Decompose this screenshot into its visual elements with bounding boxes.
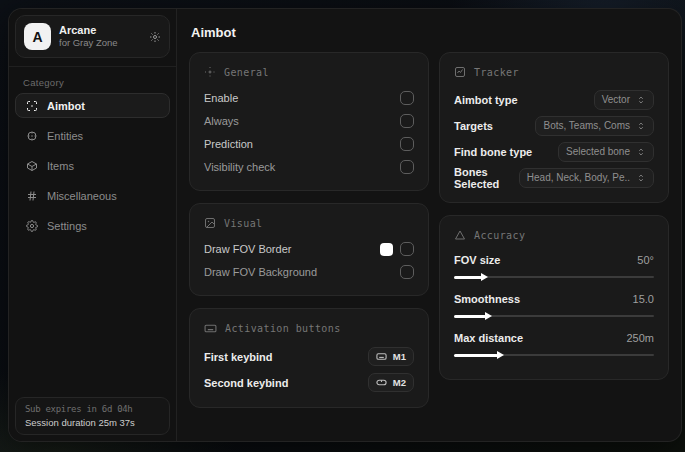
slider-fill (454, 276, 482, 279)
slider-value: 250m (626, 332, 654, 344)
settings-gear-icon (25, 220, 38, 232)
slider-block: Smoothness 15.0 (454, 289, 654, 321)
setting-row: Bones Selected Head, Neck, Body, Pe.. (454, 165, 654, 190)
second-keybind-button[interactable]: M2 (368, 373, 414, 392)
find-bone-type-dropdown[interactable]: Selected bone (558, 142, 654, 162)
bones-selected-dropdown[interactable]: Head, Neck, Body, Pe.. (519, 168, 654, 188)
setting-label: Bones Selected (454, 166, 519, 190)
image-icon (204, 217, 216, 229)
package-icon (25, 160, 38, 172)
dropdown-value: Bots, Teams, Coms (543, 120, 630, 131)
setting-label: Enable (204, 92, 238, 104)
dropdown-value: Head, Neck, Body, Pe.. (527, 172, 630, 183)
section-title: Tracker (474, 67, 519, 78)
setting-label: Draw FOV Background (204, 266, 317, 278)
sidebar-item-items[interactable]: Items (15, 153, 170, 178)
sidebar-item-label: Entities (47, 130, 83, 142)
cheat-menu-window: A Arcane for Gray Zone Category Aimbot (8, 8, 682, 442)
draw-fov-background-checkbox[interactable] (400, 265, 414, 279)
app-subtitle: for Gray Zone (59, 37, 141, 49)
setting-label: Always (204, 115, 239, 127)
setting-row: Targets Bots, Teams, Coms (454, 113, 654, 138)
setting-row: Always (204, 110, 414, 132)
expand-icon (636, 121, 646, 131)
activity-chart-icon (454, 66, 466, 78)
sidebar-item-settings[interactable]: Settings (15, 213, 170, 238)
sub-expiry-text: Sub expires in 6d 04h (25, 404, 160, 414)
setting-row: Draw FOV Background (204, 261, 414, 283)
sidebar-item-miscellaneous[interactable]: Miscellaneous (15, 183, 170, 208)
activation-card: Activation buttons First keybind M1 Seco… (189, 308, 429, 408)
setting-label: Prediction (204, 138, 253, 150)
sidebar-item-entities[interactable]: Entities (15, 123, 170, 148)
setting-row: First keybind M1 (204, 344, 414, 369)
expand-icon (636, 147, 646, 157)
setting-label: Find bone type (454, 146, 532, 158)
max-distance-slider[interactable] (454, 350, 654, 360)
slider-fill (454, 315, 486, 318)
app-logo: A (24, 23, 51, 50)
section-title: Accuracy (474, 230, 525, 241)
visual-card: Visual Draw FOV Border Draw FOV Backgrou… (189, 203, 429, 296)
slider-label: Smoothness (454, 293, 520, 305)
sidebar-item-label: Items (47, 160, 74, 172)
triangle-icon (454, 229, 466, 241)
always-checkbox[interactable] (400, 114, 414, 128)
setting-row: Find bone type Selected bone (454, 139, 654, 164)
divider (9, 66, 176, 67)
dropdown-value: Selected bone (566, 146, 630, 157)
keybind-value: M2 (393, 377, 406, 388)
category-label: Category (9, 71, 176, 93)
sidebar-item-label: Aimbot (47, 100, 85, 112)
session-duration-text: Session duration 25m 37s (25, 417, 160, 428)
hash-icon (25, 190, 38, 202)
expand-icon (636, 95, 646, 105)
setting-label: Visibility check (204, 161, 275, 173)
setting-label: First keybind (204, 351, 272, 363)
general-card: General Enable Always Prediction (189, 52, 429, 191)
main-content: Aimbot General Enable (177, 9, 681, 441)
setting-label: Draw FOV Border (204, 243, 291, 255)
mouse-icon (376, 377, 387, 388)
keyboard-icon (204, 322, 217, 335)
setting-row: Prediction (204, 133, 414, 155)
setting-row: Draw FOV Border (204, 238, 414, 260)
accuracy-card: Accuracy FOV size 50° (439, 215, 669, 380)
setting-row: Second keybind M2 (204, 370, 414, 395)
gear-icon[interactable] (149, 31, 161, 43)
enable-checkbox[interactable] (400, 91, 414, 105)
setting-label: Second keybind (204, 377, 288, 389)
section-title: Visual (224, 218, 263, 229)
fov-border-color-swatch[interactable] (380, 243, 393, 256)
setting-row: Visibility check (204, 156, 414, 178)
slider-label: FOV size (454, 254, 500, 266)
slider-fill (454, 354, 498, 357)
sidebar-item-aimbot[interactable]: Aimbot (15, 93, 170, 118)
dropdown-value: Vector (602, 94, 630, 105)
app-name: Arcane (59, 24, 141, 38)
keybind-value: M1 (393, 351, 406, 362)
setting-row: Aimbot type Vector (454, 87, 654, 112)
aimbot-type-dropdown[interactable]: Vector (594, 90, 654, 110)
sidebar-item-label: Settings (47, 220, 87, 232)
section-title: General (224, 67, 269, 78)
slider-value: 15.0 (633, 293, 654, 305)
prediction-checkbox[interactable] (400, 137, 414, 151)
tracker-card: Tracker Aimbot type Vector Targets (439, 52, 669, 203)
smoothness-slider[interactable] (454, 311, 654, 321)
keyboard-icon (376, 351, 387, 362)
first-keybind-button[interactable]: M1 (368, 347, 414, 366)
subscription-card: Sub expires in 6d 04h Session duration 2… (15, 397, 170, 435)
targets-dropdown[interactable]: Bots, Teams, Coms (535, 116, 654, 136)
page-title: Aimbot (191, 25, 667, 40)
draw-fov-border-checkbox[interactable] (400, 242, 414, 256)
slider-value: 50° (637, 254, 654, 266)
slider-block: Max distance 250m (454, 328, 654, 360)
expand-icon (636, 173, 646, 183)
sidebar: A Arcane for Gray Zone Category Aimbot (9, 9, 177, 441)
visibility-check-checkbox[interactable] (400, 160, 414, 174)
brand-card: A Arcane for Gray Zone (15, 15, 170, 58)
section-title: Activation buttons (225, 323, 341, 334)
setting-label: Aimbot type (454, 94, 518, 106)
fov-size-slider[interactable] (454, 272, 654, 282)
